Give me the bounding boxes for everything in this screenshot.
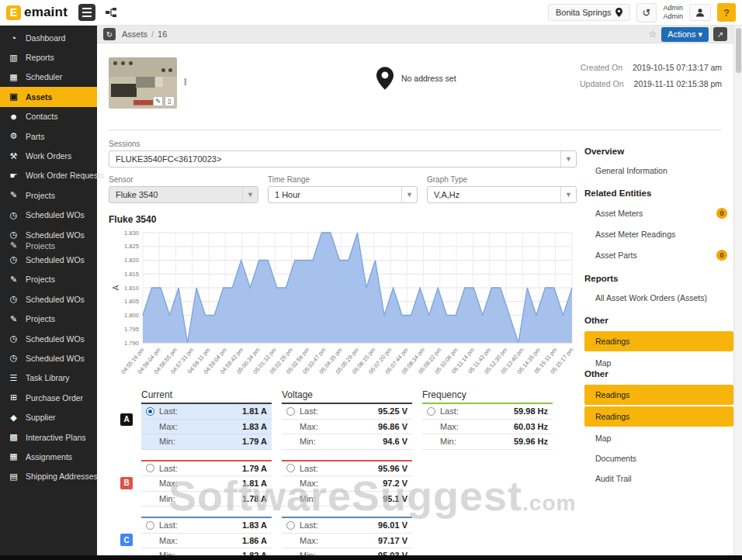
nav-item-asset-meters[interactable]: Asset Meters0 xyxy=(584,202,733,224)
sensor-label: Sensor xyxy=(109,175,258,184)
breadcrumb-section[interactable]: Assets xyxy=(122,29,147,39)
chevron-down-icon: ▼ xyxy=(560,151,576,167)
sidebar-item-scheduled-wos[interactable]: ◷Scheduled WOs xyxy=(0,329,97,348)
nav-section-heading: Related Entities xyxy=(584,184,733,202)
assignments-icon: ▦ xyxy=(8,451,19,461)
sidebar-item-task-library[interactable]: ☰Task Library xyxy=(0,368,97,388)
nav-item-label: Map xyxy=(595,434,611,443)
nav-item-all-asset-work-orders-assets-[interactable]: All Asset Work Orders (Assets) xyxy=(584,288,733,308)
help-button[interactable]: ? xyxy=(717,3,736,22)
measure-cell: Max:60.03 Hz xyxy=(422,420,553,435)
actions-button[interactable]: Actions ▾ xyxy=(661,27,709,42)
nav-item-readings[interactable]: Readings xyxy=(584,385,733,405)
nav-item-map[interactable]: Map xyxy=(584,428,733,448)
sidebar-item-assets[interactable]: ▣Assets xyxy=(0,87,97,106)
time-range-select[interactable]: 1 Hour ▼ xyxy=(268,186,418,203)
sidebar-item-projects[interactable]: ✎Projects xyxy=(0,185,97,205)
nav-item-documents[interactable]: Documents xyxy=(584,448,733,468)
history-icon: ↺ xyxy=(643,7,651,19)
shipping-addresses-icon: ▤ xyxy=(8,472,19,482)
scrollbar-thumb[interactable] xyxy=(736,28,741,73)
sidebar-item-projects[interactable]: ✎Projects xyxy=(0,241,97,250)
sidebar-item-scheduled-wos[interactable]: ◷Scheduled WOs xyxy=(0,348,97,368)
sessions-value: FLUKE3540FC<36170023> xyxy=(116,154,221,164)
export-icon[interactable]: ↗ xyxy=(713,27,727,41)
nav-item-audit-trail[interactable]: Audit Trail xyxy=(584,468,733,489)
nav-item-asset-parts[interactable]: Asset Parts0 xyxy=(584,244,733,266)
sidebar-item-label: Assignments xyxy=(26,452,72,461)
sessions-label: Sessions xyxy=(109,140,577,148)
chevron-down-icon: ▼ xyxy=(242,187,258,202)
series-radio[interactable] xyxy=(146,521,154,530)
sidebar-item-work-orders[interactable]: ⚒Work Orders xyxy=(0,146,97,165)
scheduled-wos-icon: ◷ xyxy=(8,254,19,264)
series-radio[interactable] xyxy=(146,407,154,416)
sidebar-item-contacts[interactable]: ☻Contacts xyxy=(0,107,97,126)
sidebar-item-label: Purchase Order xyxy=(26,393,83,403)
delete-photo-button[interactable]: ▯ xyxy=(165,96,175,106)
nav-item-asset-meter-readings[interactable]: Asset Meter Readings xyxy=(584,224,733,244)
graph-type-select[interactable]: V,A,Hz ▼ xyxy=(427,186,577,203)
sitemap-icon[interactable] xyxy=(103,5,119,20)
photo-more-icon[interactable]: ••• xyxy=(184,78,187,85)
series-radio[interactable] xyxy=(286,521,295,530)
sensor-select[interactable]: Fluke 3540 ▼ xyxy=(109,186,258,203)
sidebar-item-projects[interactable]: ✎Projects xyxy=(0,309,97,328)
series-radio[interactable] xyxy=(286,464,295,472)
measure-value: 97.17 V xyxy=(378,536,407,545)
sidebar-item-interactive-plans[interactable]: ▩Interactive Plans xyxy=(0,427,97,447)
favorite-star-icon[interactable]: ☆ xyxy=(649,29,657,40)
refresh-icon[interactable]: ↻ xyxy=(103,28,116,40)
count-badge: 0 xyxy=(716,208,727,219)
asset-photo[interactable]: ✎ ▯ xyxy=(109,57,177,109)
measure-value: 95.1 V xyxy=(383,494,407,503)
sidebar-item-label: Scheduled WOs xyxy=(26,255,85,264)
nav-section-heading: Overview xyxy=(584,142,733,161)
history-button[interactable]: ↺ xyxy=(636,3,657,22)
measure-cell: Max:1.86 A xyxy=(141,534,272,549)
sidebar-item-parts[interactable]: ⚙Parts xyxy=(0,126,97,146)
nav-item-general-information[interactable]: General Information xyxy=(584,161,733,181)
nav-item-readings[interactable]: Readings xyxy=(584,406,733,427)
measure-key: Max: xyxy=(146,479,178,488)
task-library-icon: ☰ xyxy=(8,373,19,383)
user-menu-button[interactable] xyxy=(689,4,711,21)
sessions-select[interactable]: FLUKE3540FC<36170023> ▼ xyxy=(109,150,577,168)
sidebar-item-scheduled-wos[interactable]: ◷Scheduled WOs xyxy=(0,289,97,309)
purchase-order-icon: ⊞ xyxy=(8,392,19,403)
app-logo: E emaint xyxy=(6,5,68,20)
edit-photo-button[interactable]: ✎ xyxy=(153,96,163,106)
sidebar-item-label: Parts xyxy=(26,132,45,141)
vertical-scrollbar[interactable] xyxy=(733,26,742,555)
sidebar-item-scheduled-wos[interactable]: ◷Scheduled WOs xyxy=(0,250,97,269)
measure-key: Max: xyxy=(146,422,178,431)
nav-item-label: All Asset Work Orders (Assets) xyxy=(595,293,707,302)
measure-value: 95.96 V xyxy=(378,464,407,473)
series-radio[interactable] xyxy=(427,407,435,416)
sidebar-item-scheduled-wos[interactable]: ◷Scheduled WOs xyxy=(0,206,97,225)
person-icon xyxy=(695,8,705,17)
sidebar-item-scheduler[interactable]: ▦Scheduler xyxy=(0,67,97,87)
nav-item-label: Audit Trail xyxy=(595,474,632,483)
sidebar-item-shipping-addresses[interactable]: ▤Shipping Addresses xyxy=(0,467,97,486)
nav-item-readings[interactable]: Readings xyxy=(584,331,733,351)
scheduler-icon: ▦ xyxy=(8,72,19,82)
sidebar-item-reports[interactable]: ▥Reports xyxy=(0,47,97,67)
sidebar-item-work-order-requests[interactable]: ☛Work Order Requests xyxy=(0,166,97,185)
phase-row-b: BLast:1.79 AMax:1.81 AMin:1.78 ALast:95.… xyxy=(109,460,577,507)
main-area: ↻ Assets / 16 ☆ Actions ▾ ↗ ✎ ▯ ••• xyxy=(97,26,733,555)
nav-item-label: Readings xyxy=(595,390,629,399)
sidebar-item-supplier[interactable]: ◆Supplier xyxy=(0,407,97,427)
measure-key: Min: xyxy=(146,494,175,503)
nav-section-heading: Other xyxy=(584,311,733,330)
created-on-label: Created On xyxy=(581,63,622,72)
hamburger-menu-button[interactable] xyxy=(78,4,95,21)
location-selector[interactable]: Bonita Springs xyxy=(548,4,630,21)
sidebar-item-dashboard[interactable]: ◔Dashboard xyxy=(0,28,97,47)
sidebar-item-purchase-order[interactable]: ⊞Purchase Order xyxy=(0,388,97,407)
sidebar-item-projects[interactable]: ✎Projects xyxy=(0,270,97,289)
measure-key: Last: xyxy=(159,406,178,416)
sidebar-item-assignments[interactable]: ▦Assignments xyxy=(0,447,97,466)
series-radio[interactable] xyxy=(286,407,295,416)
series-radio[interactable] xyxy=(146,464,154,472)
